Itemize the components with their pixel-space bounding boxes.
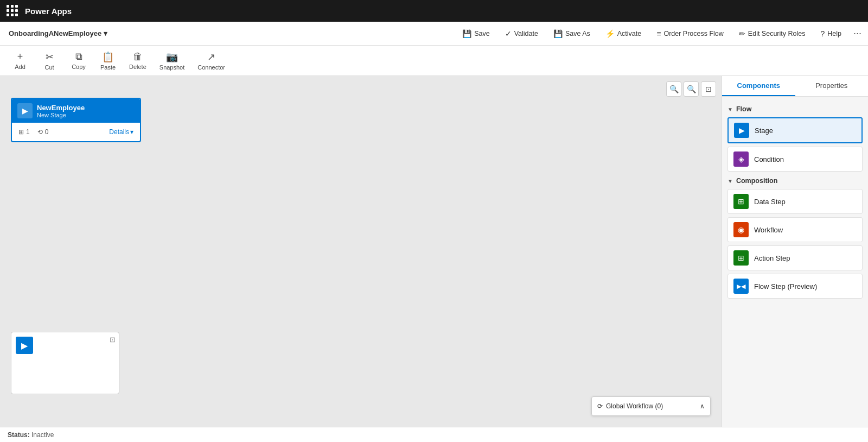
zoom-out-button[interactable]: 🔍 bbox=[684, 81, 699, 97]
save-label: Save bbox=[474, 30, 490, 37]
stage-header-icon: ▶ bbox=[17, 103, 33, 118]
stage-component-icon: ▶ bbox=[734, 123, 749, 138]
details-button[interactable]: Details ▾ bbox=[109, 128, 133, 136]
conditions-stat: ⟲ 0 bbox=[37, 128, 49, 136]
save-icon: 💾 bbox=[462, 29, 471, 38]
global-workflow-left: ⟳ Global Workflow (0) bbox=[597, 402, 663, 410]
condition-component-icon: ◈ bbox=[733, 151, 749, 167]
stage-card-subtitle: New Stage bbox=[37, 112, 85, 118]
save-as-action[interactable]: 💾 Save As bbox=[550, 27, 593, 40]
data-step-component-label: Data Step bbox=[754, 198, 786, 206]
flow-name[interactable]: OnboardingANewEmployee bbox=[9, 29, 101, 37]
stage-card-titles: NewEmployee New Stage bbox=[37, 104, 85, 118]
flow-name-section: OnboardingANewEmployee ▾ bbox=[9, 29, 107, 37]
conditions-count: 0 bbox=[45, 128, 49, 136]
cut-icon: ✂ bbox=[46, 51, 54, 63]
zoom-in-button[interactable]: 🔍 bbox=[666, 81, 681, 97]
stage-card-body: ⊞ 1 ⟲ 0 Details ▾ bbox=[12, 123, 140, 141]
composition-section-label: Composition bbox=[736, 177, 777, 185]
save-action[interactable]: 💾 Save bbox=[459, 27, 493, 40]
help-action[interactable]: ? Help bbox=[817, 27, 845, 40]
order-process-flow-action[interactable]: ≡ Order Process Flow bbox=[653, 27, 727, 40]
global-workflow-bar[interactable]: ⟳ Global Workflow (0) ∧ bbox=[591, 396, 711, 416]
save-as-icon: 💾 bbox=[553, 29, 563, 38]
activate-action[interactable]: ⚡ Activate bbox=[602, 27, 644, 40]
component-action-step[interactable]: ⊞ Action Step bbox=[727, 245, 863, 270]
tab-components[interactable]: Components bbox=[722, 76, 795, 96]
workflow-component-label: Workflow bbox=[754, 226, 783, 234]
connector-button[interactable]: ↗ Connector bbox=[192, 49, 231, 73]
component-data-step[interactable]: ⊞ Data Step bbox=[727, 189, 863, 214]
mini-stage-card[interactable]: ▶ ⊡ bbox=[11, 332, 119, 394]
status-value: Inactive bbox=[31, 431, 54, 439]
flow-step-preview-component-icon: ▶◀ bbox=[733, 279, 749, 294]
validate-icon: ✓ bbox=[505, 29, 512, 38]
copy-icon: ⧉ bbox=[75, 51, 82, 62]
app-grid-icon[interactable] bbox=[7, 5, 18, 17]
canvas[interactable]: 🔍 🔍 ⊡ ▶ NewEmployee New Stage ⊞ bbox=[0, 76, 722, 427]
toolbar: + Add ✂ Cut ⧉ Copy 📋 Paste 🗑 Delete 📷 Sn… bbox=[0, 46, 868, 76]
validate-label: Validate bbox=[514, 30, 538, 37]
composition-section-collapse-icon[interactable]: ▼ bbox=[727, 178, 733, 184]
component-condition[interactable]: ◈ Condition bbox=[727, 147, 863, 172]
stage-stats: ⊞ 1 ⟲ 0 bbox=[18, 128, 48, 136]
order-process-flow-icon: ≡ bbox=[656, 29, 661, 38]
paste-label: Paste bbox=[100, 64, 116, 71]
activate-icon: ⚡ bbox=[605, 29, 615, 38]
delete-icon: 🗑 bbox=[133, 51, 143, 62]
save-as-label: Save As bbox=[565, 30, 590, 37]
stage-card-title: NewEmployee bbox=[37, 104, 85, 112]
component-flow-step-preview[interactable]: ▶◀ Flow Step (Preview) bbox=[727, 274, 863, 299]
global-workflow-spin-icon: ⟳ bbox=[597, 402, 603, 410]
tab-properties[interactable]: Properties bbox=[795, 76, 869, 96]
delete-button[interactable]: 🗑 Delete bbox=[124, 49, 152, 72]
connector-label: Connector bbox=[197, 64, 225, 71]
more-options-button[interactable]: ··· bbox=[853, 28, 861, 39]
global-workflow-collapse-icon[interactable]: ∧ bbox=[700, 402, 705, 410]
flow-section-header: ▼ Flow bbox=[727, 105, 863, 113]
stage-component-label: Stage bbox=[755, 127, 773, 135]
details-chevron: ▾ bbox=[130, 128, 133, 136]
delete-label: Delete bbox=[129, 64, 146, 70]
main-area: 🔍 🔍 ⊡ ▶ NewEmployee New Stage ⊞ bbox=[0, 76, 868, 427]
mini-card-expand-icon[interactable]: ⊡ bbox=[110, 336, 116, 344]
condition-component-label: Condition bbox=[754, 155, 784, 163]
component-workflow[interactable]: ◉ Workflow bbox=[727, 217, 863, 242]
title-bar: OnboardingANewEmployee ▾ 💾 Save ✓ Valida… bbox=[0, 22, 868, 46]
edit-security-roles-action[interactable]: ✏ Edit Security Roles bbox=[736, 27, 809, 40]
flow-section-collapse-icon[interactable]: ▼ bbox=[727, 106, 733, 112]
steps-icon: ⊞ bbox=[18, 128, 24, 136]
steps-count: 1 bbox=[26, 128, 30, 136]
fit-page-button[interactable]: ⊡ bbox=[701, 81, 716, 97]
steps-stat: ⊞ 1 bbox=[18, 128, 30, 136]
add-button[interactable]: + Add bbox=[7, 49, 34, 72]
flow-name-chevron[interactable]: ▾ bbox=[104, 29, 107, 37]
help-icon: ? bbox=[820, 29, 825, 38]
status-label: Status: bbox=[8, 431, 30, 439]
copy-button[interactable]: ⧉ Copy bbox=[65, 49, 92, 72]
paste-button[interactable]: 📋 Paste bbox=[94, 49, 122, 73]
workflow-component-icon: ◉ bbox=[733, 222, 749, 237]
flow-section-label: Flow bbox=[736, 105, 751, 113]
stage-card-header: ▶ NewEmployee New Stage bbox=[12, 99, 140, 123]
edit-security-roles-label: Edit Security Roles bbox=[748, 30, 806, 37]
status-bar: Status: Inactive bbox=[0, 427, 868, 442]
activate-label: Activate bbox=[617, 30, 641, 37]
mini-stage-icon: ▶ bbox=[16, 337, 33, 354]
cut-button[interactable]: ✂ Cut bbox=[36, 49, 63, 73]
composition-section-header: ▼ Composition bbox=[727, 177, 863, 185]
connector-icon: ↗ bbox=[207, 51, 215, 63]
copy-label: Copy bbox=[72, 64, 86, 70]
component-stage[interactable]: ▶ Stage bbox=[727, 117, 863, 143]
panel-tabs: Components Properties bbox=[722, 76, 868, 97]
right-panel: Components Properties ▼ Flow ▶ Stage ◈ C… bbox=[722, 76, 868, 427]
stage-card[interactable]: ▶ NewEmployee New Stage ⊞ 1 ⟲ 0 bbox=[11, 98, 141, 142]
cut-label: Cut bbox=[44, 64, 54, 71]
validate-action[interactable]: ✓ Validate bbox=[502, 27, 541, 40]
snapshot-label: Snapshot bbox=[159, 64, 184, 71]
data-step-component-icon: ⊞ bbox=[733, 194, 749, 209]
flow-step-preview-component-label: Flow Step (Preview) bbox=[754, 282, 817, 291]
snapshot-button[interactable]: 📷 Snapshot bbox=[154, 49, 190, 73]
action-step-component-icon: ⊞ bbox=[733, 250, 749, 266]
snapshot-icon: 📷 bbox=[166, 51, 178, 63]
